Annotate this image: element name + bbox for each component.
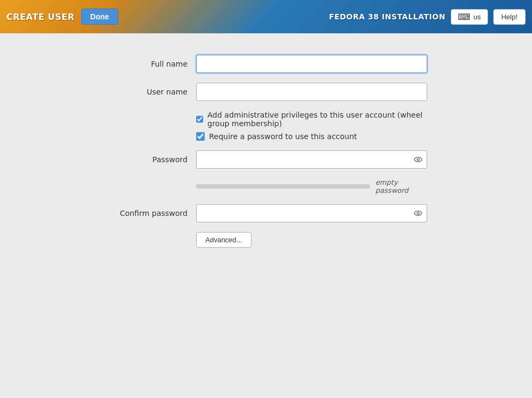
header-left: CREATE USER Done [0,0,125,33]
advanced-button[interactable]: Advanced... [196,232,251,248]
password-strength-bar [196,184,370,189]
admin-privileges-checkbox[interactable] [196,115,203,124]
password-input-wrapper [196,150,427,169]
user-name-input-wrapper [196,83,427,101]
checkbox-area: Add administrative privileges to this us… [196,111,427,141]
admin-checkbox-row: Add administrative privileges to this us… [196,111,427,128]
svg-point-2 [414,211,422,215]
confirm-eye-icon [413,208,423,218]
user-name-input[interactable] [196,83,427,101]
require-password-checkbox[interactable] [196,132,205,141]
confirm-password-row: Confirm password [105,204,427,222]
form-container: Full name User name Add administrative p… [105,55,427,248]
full-name-input[interactable] [196,55,427,73]
require-pw-checkbox-row: Require a password to use this account [196,132,427,141]
header: CREATE USER Done FEDORA 38 INSTALLATION … [0,0,532,33]
password-row: Password [105,150,427,169]
page-title: CREATE USER [6,12,75,22]
keyboard-icon: ⌨ [458,12,470,22]
confirm-password-toggle-visibility-button[interactable] [412,207,424,219]
require-password-label[interactable]: Require a password to use this account [209,132,357,141]
password-toggle-visibility-button[interactable] [412,154,424,165]
full-name-row: Full name [105,55,427,73]
help-button[interactable]: Help! [493,9,526,25]
svg-point-3 [417,212,419,214]
admin-checkbox-label[interactable]: Add administrative privileges to this us… [207,111,427,128]
full-name-input-wrapper [196,55,427,73]
svg-point-1 [417,158,419,161]
header-right: FEDORA 38 INSTALLATION ⌨ us Help! [322,0,532,33]
installation-title: FEDORA 38 INSTALLATION [329,12,445,21]
confirm-password-input-wrapper [196,204,427,222]
main-content: Full name User name Add administrative p… [0,33,532,398]
user-name-label: User name [105,88,196,96]
done-button[interactable]: Done [81,9,118,25]
keyboard-layout-label: us [473,13,481,21]
password-strength-text: empty password [375,178,427,194]
svg-point-0 [414,157,422,162]
password-input[interactable] [196,150,427,169]
confirm-password-input[interactable] [196,204,427,222]
confirm-password-label: Confirm password [105,209,196,218]
password-label: Password [105,155,196,164]
full-name-label: Full name [105,60,196,68]
eye-icon [413,155,423,164]
user-name-row: User name [105,83,427,101]
password-strength-row: empty password [196,178,427,194]
advanced-row: Advanced... [196,232,427,248]
keyboard-layout-button[interactable]: ⌨ us [451,9,488,25]
